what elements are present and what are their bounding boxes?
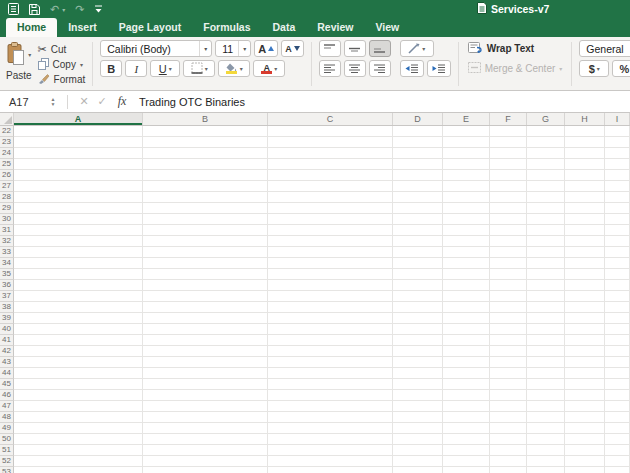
grid-cell-B31[interactable]	[143, 225, 268, 235]
grid-cell-E37[interactable]	[443, 291, 490, 301]
grid-cell-C44[interactable]	[268, 368, 393, 378]
grid-cell-G22[interactable]	[527, 126, 565, 136]
grid-cell-D43[interactable]	[393, 357, 443, 367]
grid-cell-B36[interactable]	[143, 280, 268, 290]
grid-cell-H40[interactable]	[565, 324, 605, 334]
grid-cell-B42[interactable]	[143, 346, 268, 356]
grid-cell-G52[interactable]	[527, 456, 565, 466]
grid-cell-C53[interactable]	[268, 467, 393, 473]
align-top-button[interactable]	[319, 40, 341, 57]
grid-cell-H44[interactable]	[565, 368, 605, 378]
grid-cell-C46[interactable]	[268, 390, 393, 400]
grid-cell-G27[interactable]	[527, 181, 565, 191]
grid-cell-H43[interactable]	[565, 357, 605, 367]
copy-dropdown-icon[interactable]: ▾	[80, 62, 83, 68]
grid-cell-D51[interactable]	[393, 445, 443, 455]
increase-indent-button[interactable]	[427, 60, 451, 77]
italic-button[interactable]: I	[125, 60, 147, 77]
grid-cell-E30[interactable]	[443, 214, 490, 224]
grid-cell-I27[interactable]	[605, 181, 630, 191]
grid-cell-A23[interactable]	[14, 137, 143, 147]
grid-cell-D39[interactable]	[393, 313, 443, 323]
grid-cell-G45[interactable]	[527, 379, 565, 389]
grid-cell-G40[interactable]	[527, 324, 565, 334]
row-header-35[interactable]: 35	[0, 269, 14, 280]
row-header-29[interactable]: 29	[0, 203, 14, 214]
grid-cell-A40[interactable]	[14, 324, 143, 334]
tab-data[interactable]: Data	[261, 18, 306, 37]
grid-cell-H30[interactable]	[565, 214, 605, 224]
redo-icon[interactable]: ↷	[75, 4, 84, 15]
grid-cell-A53[interactable]	[14, 467, 143, 473]
grid-cell-C27[interactable]	[268, 181, 393, 191]
grid-cell-D44[interactable]	[393, 368, 443, 378]
grid-cell-G33[interactable]	[527, 247, 565, 257]
row-header-53[interactable]: 53	[0, 467, 14, 473]
grid-cell-B50[interactable]	[143, 434, 268, 444]
row-header-40[interactable]: 40	[0, 324, 14, 335]
grid-cell-F51[interactable]	[490, 445, 527, 455]
grid-cell-D24[interactable]	[393, 148, 443, 158]
grid-cell-I50[interactable]	[605, 434, 630, 444]
grid-cell-E47[interactable]	[443, 401, 490, 411]
row-header-24[interactable]: 24	[0, 148, 14, 159]
grid-cell-H52[interactable]	[565, 456, 605, 466]
grid-cell-F33[interactable]	[490, 247, 527, 257]
grid-cell-A48[interactable]	[14, 412, 143, 422]
column-header-a[interactable]: A	[14, 113, 143, 125]
grid-cell-G46[interactable]	[527, 390, 565, 400]
new-workbook-icon[interactable]	[8, 3, 19, 15]
grid-cell-G48[interactable]	[527, 412, 565, 422]
grid-cell-E53[interactable]	[443, 467, 490, 473]
grid-cell-H53[interactable]	[565, 467, 605, 473]
grid-cell-G30[interactable]	[527, 214, 565, 224]
grid-cell-E44[interactable]	[443, 368, 490, 378]
align-bottom-button[interactable]	[369, 40, 391, 57]
grid-cell-H23[interactable]	[565, 137, 605, 147]
grid-cell-C41[interactable]	[268, 335, 393, 345]
grid-cell-F43[interactable]	[490, 357, 527, 367]
grid-cell-G43[interactable]	[527, 357, 565, 367]
grid-cell-A44[interactable]	[14, 368, 143, 378]
grid-cell-A26[interactable]	[14, 170, 143, 180]
tab-insert[interactable]: Insert	[57, 18, 108, 37]
grid-cell-I44[interactable]	[605, 368, 630, 378]
row-header-50[interactable]: 50	[0, 434, 14, 445]
grid-cell-I29[interactable]	[605, 203, 630, 213]
grid-cell-A27[interactable]	[14, 181, 143, 191]
grid-cell-G44[interactable]	[527, 368, 565, 378]
copy-button[interactable]: Copy ▾	[38, 57, 86, 72]
row-header-52[interactable]: 52	[0, 456, 14, 467]
grid-cell-B45[interactable]	[143, 379, 268, 389]
grid-cell-H27[interactable]	[565, 181, 605, 191]
grid-cell-A46[interactable]	[14, 390, 143, 400]
grid-cell-A24[interactable]	[14, 148, 143, 158]
grow-font-button[interactable]: A	[254, 40, 278, 57]
grid-cell-H46[interactable]	[565, 390, 605, 400]
row-header-25[interactable]: 25	[0, 159, 14, 170]
grid-cell-I51[interactable]	[605, 445, 630, 455]
grid-cell-I48[interactable]	[605, 412, 630, 422]
fill-color-button[interactable]: ▾	[218, 60, 250, 77]
grid-cell-B53[interactable]	[143, 467, 268, 473]
grid-cell-A42[interactable]	[14, 346, 143, 356]
grid-cell-B43[interactable]	[143, 357, 268, 367]
grid-cell-C30[interactable]	[268, 214, 393, 224]
grid-cell-E28[interactable]	[443, 192, 490, 202]
grid-cell-D47[interactable]	[393, 401, 443, 411]
grid-cell-C38[interactable]	[268, 302, 393, 312]
grid-cell-G24[interactable]	[527, 148, 565, 158]
grid-cell-E33[interactable]	[443, 247, 490, 257]
grid-cell-F23[interactable]	[490, 137, 527, 147]
grid-cell-F42[interactable]	[490, 346, 527, 356]
grid-cell-C42[interactable]	[268, 346, 393, 356]
grid-cell-D52[interactable]	[393, 456, 443, 466]
grid-cell-B47[interactable]	[143, 401, 268, 411]
tab-review[interactable]: Review	[306, 18, 364, 37]
grid-cell-H29[interactable]	[565, 203, 605, 213]
grid-cell-H31[interactable]	[565, 225, 605, 235]
grid-cell-A29[interactable]	[14, 203, 143, 213]
grid-cell-H42[interactable]	[565, 346, 605, 356]
cut-button[interactable]: ✂ Cut	[38, 42, 86, 57]
enter-button[interactable]: ✓	[93, 95, 111, 108]
